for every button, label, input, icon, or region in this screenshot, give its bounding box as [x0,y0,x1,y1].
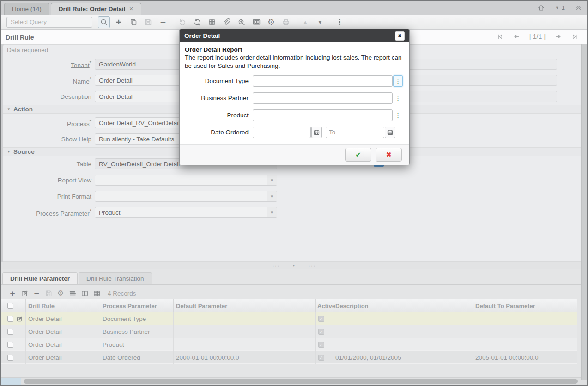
find-record-button[interactable] [98,16,110,28]
dialog-row-product: Product ⋮ [185,109,404,121]
attachment-button[interactable] [221,16,233,28]
grid-toggle-button[interactable] [206,16,218,28]
cell-drill-rule: Order Detail [25,351,100,364]
detail-toggle-panel-button[interactable] [79,288,90,299]
table-row[interactable]: Order Detail Date Ordered 2000-01-01 00:… [1,351,577,364]
active-checkbox: ✓ [318,316,324,322]
report-view-combobox[interactable]: ▼ [95,175,277,186]
product-label: Product [185,112,253,119]
splitter-collapse-button[interactable]: ▼ [285,264,303,268]
scrollbar-thumb[interactable] [24,379,578,384]
home-icon[interactable] [537,4,545,12]
row-checkbox[interactable] [7,355,13,361]
detail-delete-button[interactable]: − [31,288,42,299]
row-checkbox[interactable] [7,329,13,335]
detail-quick-entry-button[interactable] [67,288,78,299]
detail-process-button[interactable]: ⚙ [55,288,66,299]
columns-icon [81,290,89,297]
collapse-all-icon[interactable] [575,4,582,11]
header-active[interactable]: Active [315,299,333,312]
select-query-combobox[interactable]: ▼ [6,17,92,28]
tab-home[interactable]: Home (14) [4,3,49,15]
table-row[interactable]: Order Detail Business Partner ✓ [1,325,577,338]
tab-close-icon[interactable]: ✕ [129,6,133,12]
business-partner-lookup-button[interactable]: ⋮ [393,92,403,104]
open-window-count: 1 [562,4,565,11]
first-record-icon[interactable] [497,33,503,40]
print-format-dropdown-button[interactable]: ▼ [267,191,277,201]
process-parameter-dropdown-button[interactable]: ▼ [267,207,277,217]
table-row[interactable]: Order Detail Document Type ✓ [1,312,577,325]
panel-splitter[interactable]: ··· ▼ ··· [1,262,587,269]
product-input[interactable] [253,109,393,121]
cell-active: ✓ [315,312,333,325]
tab-drill-rule[interactable]: Drill Rule: Order Detail ✕ [51,3,141,15]
required-marker: * [90,119,91,124]
chat-notes-button[interactable] [250,16,262,28]
select-query-input[interactable] [7,17,92,27]
horizontal-scrollbar[interactable] [1,377,588,385]
cancel-button[interactable]: ✖ [376,148,402,162]
header-description[interactable]: Description [333,299,473,312]
dialog-titlebar[interactable]: Order Detail ✖ [180,29,409,42]
detail-grid-view-button[interactable] [91,288,102,299]
ok-button[interactable]: ✔ [345,148,371,162]
copy-record-button[interactable] [127,16,139,28]
table-icon [93,290,101,297]
row-checkbox[interactable] [7,342,13,348]
vertical-ellipsis-icon: ⋮ [395,78,401,84]
refresh-button[interactable] [191,16,203,28]
detail-new-button[interactable]: + [7,288,18,299]
detail-record-button[interactable]: ▼ [314,16,326,28]
date-ordered-from-calendar-button[interactable] [311,127,322,138]
product-lookup-button[interactable]: ⋮ [393,109,403,121]
report-view-label[interactable]: Report View [3,177,95,184]
open-windows-selector[interactable]: ▼ 1 [555,4,565,11]
delete-record-button[interactable]: − [157,16,169,28]
header-drill-rule[interactable]: Drill Rule [25,299,100,312]
detail-edit-button[interactable] [19,288,30,299]
next-record-icon[interactable] [555,33,562,40]
tab-drill-rule-parameter[interactable]: Drill Rule Parameter [2,272,78,284]
print-format-combobox[interactable]: ▼ [95,191,277,202]
process-button[interactable]: ⚙ [265,16,277,28]
date-ordered-from-input[interactable] [253,127,311,138]
header-default-to-parameter[interactable]: Default To Parameter [473,299,577,312]
print-button [280,16,292,28]
splitter-drag-dots[interactable]: ··· [267,262,285,269]
process-label: Process* [3,119,95,127]
last-record-icon[interactable] [571,33,578,40]
cell-drill-rule: Order Detail [25,312,100,325]
edit-pencil-icon[interactable] [16,315,23,322]
business-partner-input[interactable] [253,92,393,104]
document-type-lookup-button[interactable]: ⋮ [393,75,403,87]
splitter-drag-dots[interactable]: ··· [303,262,321,269]
date-ordered-to-input[interactable] [326,127,384,138]
header-default-parameter[interactable]: Default Parameter [173,299,315,312]
zoom-across-button[interactable] [236,16,248,28]
cell-description [333,338,473,351]
arrow-up-icon: ▲ [303,19,308,25]
document-type-input[interactable] [253,75,393,87]
select-all-checkbox[interactable] [7,303,13,309]
tenant-label[interactable]: Tenant* [3,60,95,69]
previous-record-icon[interactable] [513,33,520,40]
new-record-button[interactable]: + [113,16,125,28]
header-process-parameter[interactable]: Process Parameter [100,299,173,312]
tab-drill-rule-translation[interactable]: Drill Rule Translation [79,272,152,284]
main-toolbar: ▼ + − ⚙ [1,15,587,29]
field-row-print-format: Print Format ▼ [3,191,277,202]
date-ordered-to-calendar-button[interactable] [385,127,395,138]
report-view-dropdown-button[interactable]: ▼ [267,175,277,185]
dialog-close-button[interactable]: ✖ [395,31,405,41]
cell-default-parameter: 2000-01-01 00:00:00.0 [173,351,315,364]
save-record-button [142,16,154,28]
more-actions-button[interactable]: ⋮ [333,16,346,28]
check-icon: ✔ [355,151,361,159]
cell-active: ✓ [315,351,333,364]
page-title: Drill Rule [6,34,34,41]
row-checkbox[interactable] [7,316,13,322]
print-format-label[interactable]: Print Format [3,193,95,200]
table-row[interactable]: Order Detail Product ✓ [1,338,577,351]
process-parameter-combobox[interactable]: Product ▼ [95,207,277,218]
